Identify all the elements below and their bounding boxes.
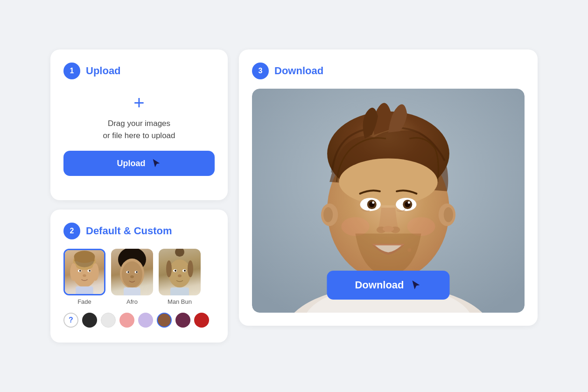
svg-point-5 [70, 263, 77, 280]
svg-rect-23 [176, 252, 183, 256]
swatch-dark-plum[interactable] [175, 313, 190, 328]
svg-point-51 [341, 217, 369, 236]
custom-step-title: Default & Custom [86, 225, 172, 237]
svg-point-25 [166, 260, 172, 277]
svg-point-53 [407, 248, 411, 252]
svg-point-18 [127, 271, 129, 273]
upload-button[interactable]: Upload [63, 151, 215, 176]
main-container: 1 Upload + Drag your images or file here… [32, 31, 556, 361]
svg-point-30 [184, 270, 186, 272]
color-swatches: ? [63, 313, 215, 328]
style-options: Fade [63, 249, 215, 305]
svg-point-20 [130, 275, 134, 278]
swatch-pink[interactable] [119, 313, 134, 328]
svg-point-52 [407, 217, 435, 236]
svg-point-9 [79, 270, 81, 272]
download-card: 3 Download [239, 49, 538, 326]
plus-icon: + [133, 93, 144, 112]
custom-card: 2 Default & Custom [50, 210, 228, 343]
download-step-badge: 3 [252, 63, 269, 79]
style-thumb-manbun [159, 249, 201, 295]
svg-point-11 [83, 274, 86, 277]
right-column: 3 Download [239, 49, 538, 326]
svg-point-26 [188, 260, 193, 277]
svg-point-50 [383, 226, 394, 231]
svg-point-6 [92, 263, 99, 280]
svg-point-10 [89, 270, 91, 272]
svg-point-56 [323, 207, 333, 222]
upload-step-title: Upload [86, 65, 121, 77]
svg-point-15 [122, 261, 142, 287]
result-image-wrap: Download [252, 89, 525, 313]
left-column: 1 Upload + Drag your images or file here… [50, 49, 228, 343]
style-item-manbun[interactable]: Man Bun [159, 249, 201, 305]
swatch-black[interactable] [82, 313, 97, 328]
upload-step-badge: 1 [63, 63, 80, 79]
download-cursor-icon [411, 280, 422, 291]
svg-point-31 [178, 274, 182, 277]
svg-rect-4 [75, 257, 95, 261]
svg-point-46 [372, 202, 374, 204]
custom-step-header: 2 Default & Custom [63, 223, 215, 239]
style-thumb-afro [111, 249, 153, 295]
style-label-manbun: Man Bun [168, 298, 192, 305]
custom-step-badge: 2 [63, 223, 80, 239]
svg-rect-32 [170, 287, 189, 295]
afro-face-svg [111, 249, 153, 295]
swatch-brown[interactable] [157, 313, 172, 328]
download-step-title: Download [274, 65, 323, 77]
swatch-white[interactable] [101, 313, 116, 328]
svg-point-24 [168, 259, 191, 287]
svg-point-29 [175, 270, 176, 272]
style-item-fade[interactable]: Fade [63, 249, 105, 305]
svg-point-47 [408, 202, 410, 204]
svg-point-19 [136, 271, 138, 273]
svg-point-39 [339, 158, 437, 205]
swatch-lavender[interactable] [138, 313, 153, 328]
upload-card: 1 Upload + Drag your images or file here… [50, 49, 228, 200]
upload-hint: Drag your images or file here to upload [103, 118, 175, 141]
swatch-question[interactable]: ? [63, 313, 78, 328]
portrait-container: Download [252, 89, 525, 313]
style-item-afro[interactable]: Afro [111, 249, 153, 305]
cursor-icon [151, 158, 161, 168]
style-thumb-fade [63, 249, 105, 295]
style-label-fade: Fade [77, 298, 91, 305]
svg-point-57 [444, 207, 453, 222]
svg-rect-12 [76, 287, 93, 295]
download-step-header: 3 Download [252, 63, 525, 79]
swatch-red[interactable] [194, 313, 209, 328]
svg-rect-21 [124, 287, 140, 295]
download-button[interactable]: Download [327, 271, 449, 300]
style-label-afro: Afro [126, 298, 138, 305]
upload-step-header: 1 Upload [63, 63, 215, 79]
upload-zone[interactable]: + Drag your images or file here to uploa… [63, 89, 215, 185]
manbun-face-svg [159, 249, 201, 295]
fade-face-svg [65, 249, 104, 295]
